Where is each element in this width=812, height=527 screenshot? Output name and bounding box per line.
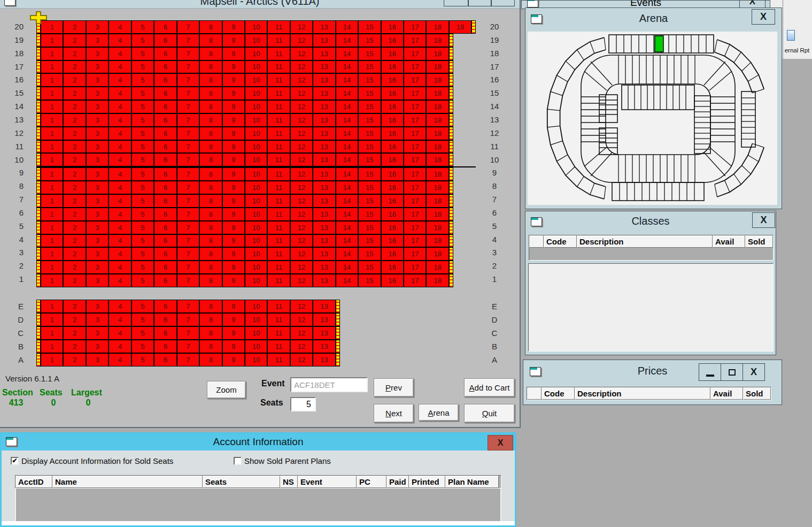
seat-cell[interactable]: 13 [313,326,335,340]
seat-cell[interactable]: 15 [358,73,381,87]
seat-cell[interactable]: 15 [358,87,381,100]
seat-cell[interactable]: 16 [381,34,404,47]
seat-cell[interactable]: 2 [63,274,86,287]
seat-cell[interactable]: 3 [86,326,109,340]
seat-cell[interactable]: 15 [358,234,381,248]
seat-cell[interactable]: 1 [41,153,63,166]
quit-button[interactable]: Quit [464,404,515,423]
seat-cell[interactable]: 8 [199,127,222,140]
seat-cell[interactable]: 2 [63,153,86,166]
seat-cell[interactable]: 12 [290,73,313,87]
seat-cell[interactable]: 7 [177,313,199,326]
seat-cell[interactable]: 18 [426,221,448,234]
seat-cell[interactable]: 12 [290,353,313,366]
seat-cell[interactable]: 10 [245,353,267,366]
seat-cell[interactable]: 4 [109,221,131,234]
seat-cell[interactable]: 4 [109,234,131,248]
seat-cell[interactable]: 14 [336,247,358,261]
seat-cell[interactable]: 1 [41,340,63,353]
seat-cell[interactable]: 7 [177,73,199,87]
seat-cell[interactable]: 2 [63,60,86,74]
seat-cell[interactable]: 1 [41,140,63,154]
seat-cell[interactable]: 5 [132,73,154,87]
seat-cell[interactable]: 14 [336,113,358,127]
seat-cell[interactable]: 11 [267,300,290,313]
seat-cell[interactable]: 10 [245,73,267,87]
seat-cell[interactable]: 9 [222,300,245,313]
seat-cell[interactable]: 10 [245,113,267,127]
seat-cell[interactable]: 10 [245,326,267,340]
seat-cell[interactable]: 1 [41,47,63,60]
seat-cell[interactable]: 18 [426,274,448,287]
seat-cell[interactable]: 4 [109,353,131,366]
seat-cell[interactable]: 15 [358,167,381,181]
seat-cell[interactable]: 8 [199,353,222,366]
seat-cell[interactable]: 5 [132,221,154,234]
seat-cell[interactable]: 11 [267,73,290,87]
seat-cell[interactable]: 11 [267,353,290,366]
classes-table-body[interactable] [528,263,774,352]
seat-cell[interactable]: 13 [313,247,335,261]
seat-cell[interactable]: 4 [109,140,131,154]
seat-cell[interactable]: 18 [426,20,448,34]
seat-cell[interactable]: 9 [222,247,245,261]
seat-cell[interactable]: 19 [449,20,471,34]
seat-cell[interactable]: 3 [86,140,109,154]
seat-cell[interactable]: 5 [132,313,154,326]
seat-cell[interactable]: 17 [404,60,426,74]
seat-cell[interactable]: 7 [177,326,199,340]
seat-cell[interactable]: 9 [222,353,245,366]
seat-cell[interactable]: 16 [381,127,404,140]
seat-cell[interactable]: 17 [404,127,426,140]
seat-cell[interactable]: 4 [109,113,131,127]
seat-cell[interactable]: 5 [132,153,154,166]
seat-cell[interactable]: 7 [177,181,199,194]
seat-cell[interactable]: 12 [290,34,313,47]
seat-cell[interactable]: 11 [267,261,290,274]
seat-cell[interactable]: 2 [63,261,86,274]
seat-cell[interactable]: 1 [41,274,63,287]
seat-cell[interactable]: 14 [336,261,358,274]
seat-cell[interactable]: 8 [199,234,222,248]
seat-cell[interactable]: 15 [358,140,381,154]
seat-cell[interactable]: 8 [199,261,222,274]
seat-cell[interactable]: 12 [290,60,313,74]
seat-cell[interactable]: 11 [267,60,290,74]
seat-cell[interactable]: 16 [381,47,404,60]
seat-cell[interactable]: 14 [336,153,358,166]
seat-cell[interactable]: 16 [381,20,404,34]
seat-cell[interactable]: 6 [154,326,176,340]
seat-cell[interactable]: 17 [404,140,426,154]
account-table-body[interactable] [15,488,501,523]
seat-cell[interactable]: 6 [154,208,176,221]
seat-cell[interactable]: 7 [177,221,199,234]
next-button[interactable]: Next [374,404,414,423]
seat-cell[interactable]: 4 [109,127,131,140]
seat-cell[interactable]: 7 [177,140,199,154]
seat-cell[interactable]: 2 [63,353,86,366]
seat-cell[interactable]: 12 [290,247,313,261]
seat-cell[interactable]: 3 [86,274,109,287]
seat-cell[interactable]: 13 [313,234,335,248]
seat-cell[interactable]: 12 [290,20,313,34]
seat-cell[interactable]: 10 [245,127,267,140]
seat-cell[interactable]: 18 [426,100,448,113]
seat-cell[interactable]: 6 [154,60,176,74]
seat-cell[interactable]: 10 [245,208,267,221]
seat-cell[interactable]: 2 [63,300,86,313]
seat-cell[interactable]: 4 [109,208,131,221]
seat-cell[interactable]: 3 [86,100,109,113]
seat-cell[interactable]: 10 [245,300,267,313]
seat-cell[interactable]: 14 [336,208,358,221]
classes-close-button[interactable]: X [752,212,775,228]
seat-cell[interactable]: 11 [267,181,290,194]
zoom-button[interactable]: Zoom [207,381,246,399]
seat-cell[interactable]: 18 [426,113,448,127]
seat-cell[interactable]: 1 [41,113,63,127]
seat-cell[interactable]: 16 [381,140,404,154]
seat-cell[interactable]: 5 [132,261,154,274]
maximize-button[interactable] [468,0,491,6]
seat-cell[interactable]: 9 [222,194,245,208]
seat-cell[interactable]: 16 [381,153,404,166]
seat-cell[interactable]: 14 [336,34,358,47]
